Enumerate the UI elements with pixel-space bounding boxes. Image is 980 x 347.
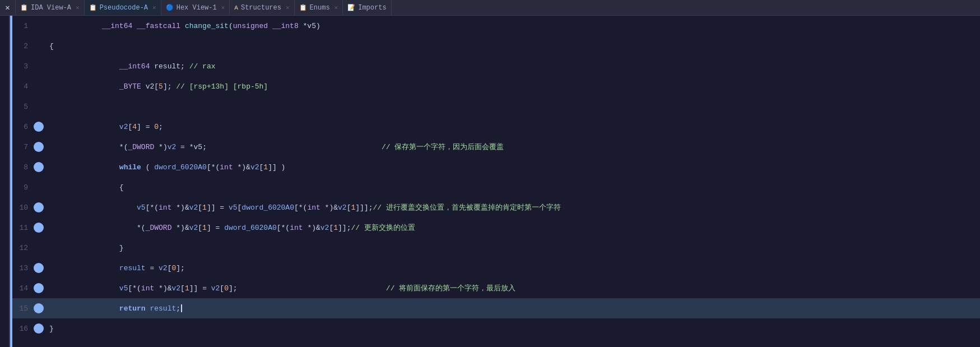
line-num-4: 4 [12,82,34,91]
breakpoint-14 [34,283,44,293]
text-cursor [181,304,182,312]
tab-bar: ✕ 📋 IDA View-A ✕ 📋 Pseudocode-A ✕ 🔵 Hex … [0,0,980,16]
no-bp-12 [34,243,44,253]
line-num-16: 16 [12,325,34,333]
no-bp-4 [34,81,44,91]
tab-enums[interactable]: 📋 Enums ✕ [295,0,343,16]
app-container: ✕ 📋 IDA View-A ✕ 📋 Pseudocode-A ✕ 🔵 Hex … [0,0,980,347]
code-line-15: 15 return result; [12,298,980,318]
line-code-1: __int64 __fastcall change_sit(unsigned _… [47,16,980,39]
tab-close-enums[interactable]: ✕ [335,4,338,11]
line-num-11: 11 [12,224,34,232]
line-num-7: 7 [12,143,34,151]
close-all-button[interactable]: ✕ [0,0,16,16]
tab-icon-structures: A [234,4,238,11]
breakpoint-11 [34,223,44,233]
line-num-12: 12 [12,244,34,252]
line-code-15: return result; [47,296,980,321]
breakpoint-7 [34,142,44,152]
code-line-16: 16 } [12,318,980,339]
tab-icon-hex: 🔵 [166,4,174,11]
code-content[interactable]: 1 __int64 __fastcall change_sit(unsigned… [12,16,980,347]
code-line-1: 1 __int64 __fastcall change_sit(unsigned… [12,16,980,36]
tab-hex-view-1[interactable]: 🔵 Hex View-1 ✕ [161,0,230,16]
breakpoint-6 [34,122,44,132]
tab-close-ida[interactable]: ✕ [76,4,80,11]
line-num-14: 14 [12,284,34,293]
tab-structures[interactable]: A Structures ✕ [230,0,294,16]
tab-ida-view-a[interactable]: 📋 IDA View-A ✕ [16,0,85,16]
no-bp-5 [34,101,44,112]
tab-imports[interactable]: 📝 Imports [343,0,391,16]
line-num-13: 13 [12,264,34,272]
breakpoint-16 [34,323,44,334]
tab-close-structures[interactable]: ✕ [286,4,290,11]
tab-icon-enums: 📋 [299,4,307,11]
tab-pseudocode-a[interactable]: 📋 Pseudocode-A ✕ [85,0,161,16]
tab-icon-ida: 📋 [20,4,28,11]
line-num-3: 3 [12,62,34,71]
tab-close-pseudo[interactable]: ✕ [152,4,156,11]
tab-label-hex: Hex View-1 [177,4,217,12]
line-num-1: 1 [12,22,34,30]
tab-label-imports: Imports [358,4,386,12]
code-line-4: 4 _BYTE v2[5]; // [rsp+13h] [rbp-5h] [12,76,980,96]
breakpoint-13 [34,263,44,273]
tab-label-ida: IDA View-A [31,4,71,12]
left-gutter [0,16,10,347]
tab-icon-imports: 📝 [347,4,355,11]
no-bp-1 [34,21,44,31]
line-num-5: 5 [12,103,34,111]
breakpoint-15 [34,303,44,313]
line-code-2: { [47,42,980,50]
line-num-15: 15 [12,304,34,313]
line-code-16: } [47,325,980,333]
no-bp-3 [34,61,44,71]
tab-label-structures: Structures [241,4,281,12]
line-num-8: 8 [12,163,34,172]
no-bp-9 [34,182,44,192]
tab-icon-pseudo: 📋 [89,4,97,11]
tab-label-enums: Enums [310,4,330,12]
tab-label-pseudo: Pseudocode-A [100,4,148,12]
line-num-6: 6 [12,123,34,131]
breakpoint-10 [34,202,44,212]
line-code-4: _BYTE v2[5]; // [rsp+13h] [rbp-5h] [47,74,980,99]
line-num-9: 9 [12,183,34,192]
line-num-10: 10 [12,203,34,212]
code-area: 1 __int64 __fastcall change_sit(unsigned… [0,16,980,347]
tab-close-hex[interactable]: ✕ [221,4,225,11]
no-bp-2 [34,41,44,51]
breakpoint-8 [34,162,44,172]
line-num-2: 2 [12,42,34,50]
code-lines: 1 __int64 __fastcall change_sit(unsigned… [12,16,980,347]
